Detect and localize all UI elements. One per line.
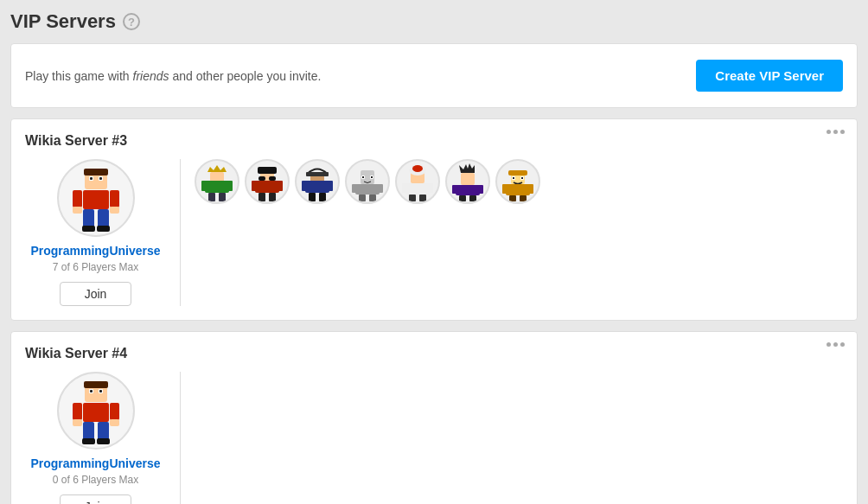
info-bar: Play this game with friends and other pe… [10, 43, 858, 108]
svg-rect-53 [409, 195, 416, 201]
svg-rect-26 [252, 181, 258, 191]
svg-rect-17 [201, 181, 208, 191]
svg-rect-85 [82, 438, 95, 444]
svg-rect-40 [362, 176, 364, 178]
svg-rect-10 [110, 207, 119, 214]
server-card-3: Wikia Server #3 [10, 118, 858, 321]
svg-point-49 [412, 165, 423, 172]
svg-rect-12 [98, 209, 109, 228]
svg-rect-62 [508, 170, 527, 175]
server-3-join-button[interactable]: Join [60, 282, 132, 306]
svg-rect-33 [302, 181, 309, 191]
server-4-player-count: 0 of 6 Players Max [53, 474, 138, 486]
svg-rect-6 [83, 190, 109, 209]
svg-rect-42 [355, 184, 380, 195]
svg-rect-24 [269, 176, 276, 181]
svg-rect-41 [371, 176, 373, 178]
player-avatar-4 [345, 159, 390, 204]
svg-rect-55 [461, 173, 475, 185]
svg-rect-43 [352, 184, 359, 193]
server-3-owner-name[interactable]: ProgrammingUniverse [30, 244, 160, 258]
more-dot [840, 342, 845, 347]
svg-rect-14 [97, 226, 110, 232]
owner-character-svg-2 [66, 376, 126, 445]
more-dot [827, 342, 831, 347]
server-3-players [181, 159, 540, 204]
player-avatar-5 [395, 159, 440, 204]
server-4-owner-section: ProgrammingUniverse 0 of 6 Players Max J… [25, 372, 181, 504]
more-dot [833, 342, 838, 347]
svg-rect-36 [319, 193, 326, 201]
svg-rect-19 [208, 193, 215, 201]
svg-rect-29 [269, 193, 276, 201]
server-4-join-button[interactable]: Join [60, 494, 132, 504]
more-dot [833, 130, 838, 134]
svg-rect-45 [359, 195, 366, 201]
page-title: VIP Servers [10, 10, 116, 33]
svg-rect-78 [83, 403, 109, 422]
more-dot [840, 130, 845, 134]
svg-rect-56 [456, 185, 480, 195]
player-avatar-2 [245, 159, 290, 204]
svg-rect-20 [219, 193, 226, 201]
svg-rect-59 [459, 195, 466, 201]
owner-character-svg [66, 163, 126, 233]
svg-rect-52 [426, 183, 433, 193]
svg-rect-57 [452, 185, 459, 194]
svg-rect-54 [419, 195, 426, 201]
help-icon[interactable]: ? [123, 13, 140, 30]
svg-rect-18 [226, 181, 233, 191]
svg-rect-28 [258, 193, 265, 201]
server-4-owner-avatar [57, 372, 135, 450]
player-avatar-1 [195, 159, 239, 204]
server-card-4: Wikia Server #4 [10, 331, 858, 504]
svg-rect-66 [521, 177, 523, 179]
svg-rect-46 [369, 195, 376, 201]
more-menu-server-3[interactable] [827, 130, 845, 134]
svg-rect-71 [520, 195, 527, 201]
svg-rect-27 [276, 181, 283, 191]
svg-rect-68 [502, 184, 509, 194]
svg-rect-5 [99, 177, 102, 180]
svg-rect-69 [527, 184, 533, 194]
svg-rect-13 [82, 226, 95, 232]
svg-rect-76 [90, 390, 93, 392]
svg-rect-86 [97, 438, 110, 444]
server-3-name: Wikia Server #3 [25, 133, 843, 149]
svg-rect-79 [73, 403, 82, 420]
player-avatar-6 [445, 159, 490, 204]
svg-rect-35 [309, 193, 316, 201]
svg-rect-34 [326, 181, 333, 191]
svg-rect-82 [110, 419, 119, 426]
svg-rect-50 [405, 183, 430, 195]
svg-rect-44 [376, 184, 383, 193]
server-3-owner-section: ProgrammingUniverse 7 of 6 Players Max J… [25, 159, 181, 306]
svg-rect-73 [84, 381, 108, 388]
svg-rect-84 [98, 422, 109, 441]
svg-rect-4 [90, 177, 93, 180]
player-avatar-3 [295, 159, 340, 204]
more-dot [827, 130, 831, 134]
svg-rect-31 [306, 172, 329, 176]
svg-rect-80 [110, 403, 119, 420]
server-4-name: Wikia Server #4 [25, 346, 843, 361]
svg-rect-32 [305, 181, 329, 193]
svg-rect-16 [205, 181, 229, 193]
svg-rect-65 [513, 177, 514, 179]
svg-rect-70 [509, 195, 516, 201]
svg-rect-11 [83, 209, 94, 228]
svg-rect-77 [99, 390, 102, 392]
svg-rect-83 [83, 422, 94, 441]
svg-rect-67 [506, 184, 530, 195]
create-vip-server-button[interactable]: Create VIP Server [696, 60, 843, 92]
server-3-player-count: 7 of 6 Players Max [53, 261, 138, 273]
svg-rect-60 [469, 195, 476, 201]
svg-rect-7 [73, 190, 82, 207]
svg-rect-23 [258, 176, 265, 181]
server-4-owner-name[interactable]: ProgrammingUniverse [30, 456, 160, 470]
svg-rect-58 [476, 185, 483, 194]
svg-rect-25 [255, 181, 279, 193]
more-menu-server-4[interactable] [827, 342, 845, 347]
svg-rect-22 [258, 167, 277, 174]
svg-rect-51 [402, 183, 409, 193]
